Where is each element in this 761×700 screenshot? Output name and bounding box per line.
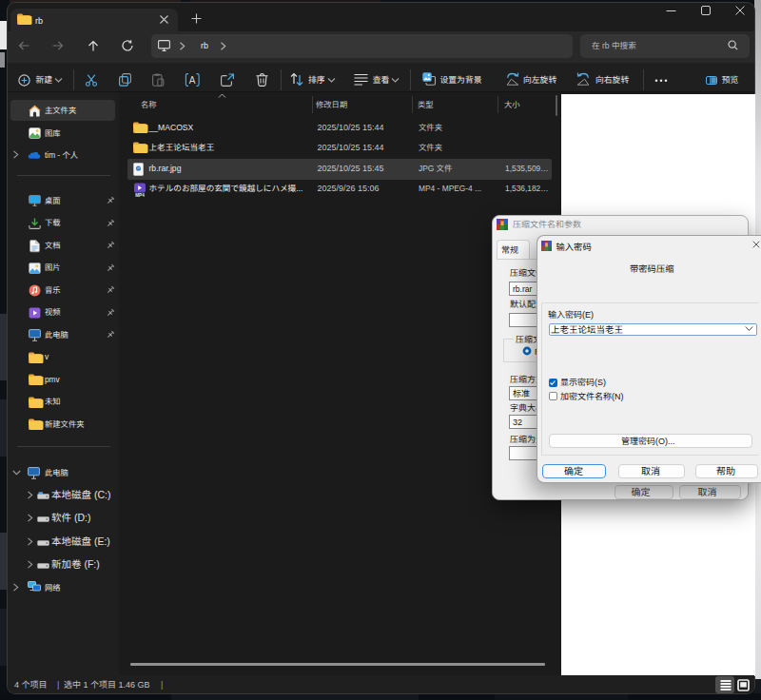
svg-text:MP4: MP4 <box>135 193 145 198</box>
svg-text:A: A <box>189 75 196 86</box>
